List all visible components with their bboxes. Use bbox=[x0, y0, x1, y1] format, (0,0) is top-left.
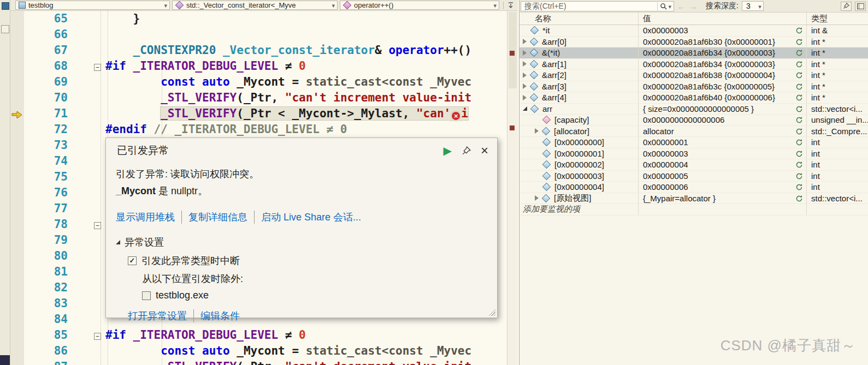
exception-error-icon[interactable] bbox=[451, 111, 460, 121]
close-button[interactable] bbox=[481, 145, 488, 156]
refresh-value-icon[interactable] bbox=[795, 183, 803, 191]
search-options[interactable] bbox=[658, 1, 674, 11]
continue-button[interactable] bbox=[444, 145, 452, 156]
expand-expander-icon[interactable] bbox=[523, 61, 527, 67]
expand-expander-icon[interactable] bbox=[535, 195, 539, 201]
watch-row[interactable]: [capacity]0x0000000000000006unsigned __i… bbox=[519, 115, 868, 126]
scrollbar-thumb[interactable] bbox=[509, 12, 517, 88]
watch-row[interactable]: [0x00000002]0x00000004int bbox=[519, 159, 868, 171]
expanded-triangle-icon bbox=[116, 240, 120, 244]
refresh-value-icon[interactable] bbox=[795, 139, 803, 146]
code-line[interactable]: const auto _Mycont = static_cast<const _… bbox=[105, 344, 507, 360]
breakpoint-margin[interactable] bbox=[10, 11, 24, 365]
watch-row[interactable]: [0x00000001]0x00000003int bbox=[519, 148, 868, 160]
refresh-value-icon[interactable] bbox=[795, 27, 803, 34]
watch-name-cell: &arr[0] bbox=[519, 37, 639, 47]
expand-expander-icon[interactable] bbox=[535, 128, 539, 134]
toolbar-separator bbox=[503, 2, 504, 9]
search-prev-button[interactable] bbox=[677, 2, 686, 11]
project-dropdown[interactable]: testblog bbox=[15, 1, 170, 10]
watch-row[interactable]: [原始视图]{_Mypair=allocator }std::vector<i.… bbox=[519, 193, 868, 205]
break-on-exception-checkbox[interactable] bbox=[128, 256, 137, 265]
start-liveshare-link[interactable]: 启动 Live Share 会话... bbox=[254, 211, 361, 224]
code-line[interactable]: _STL_VERIFY(_Ptr, "can't increment value… bbox=[105, 91, 507, 107]
refresh-value-icon[interactable] bbox=[795, 49, 803, 57]
expand-expander-icon[interactable] bbox=[523, 73, 527, 78]
fold-toggle[interactable] bbox=[94, 222, 101, 229]
code-line[interactable]: } bbox=[105, 12, 507, 28]
refresh-value-icon[interactable] bbox=[795, 83, 803, 91]
collapsed-tool-tab-icon[interactable] bbox=[1, 25, 9, 33]
watch-name-text: *it bbox=[542, 26, 550, 35]
code-line[interactable] bbox=[105, 28, 507, 44]
code-token: "can't increment value-init bbox=[285, 91, 471, 104]
code-line[interactable]: #if _ITERATOR_DEBUG_LEVEL ≠ 0 bbox=[105, 328, 507, 344]
pin-column-button[interactable] bbox=[841, 2, 852, 11]
code-line[interactable]: #if _ITERATOR_DEBUG_LEVEL ≠ 0 bbox=[105, 59, 507, 75]
edit-conditions-link[interactable]: 编辑条件 bbox=[193, 309, 240, 322]
watch-row[interactable]: *it0x00000003int & bbox=[519, 25, 868, 37]
search-next-button[interactable] bbox=[689, 2, 697, 11]
expand-expander-icon[interactable] bbox=[523, 39, 527, 44]
refresh-value-icon[interactable] bbox=[795, 71, 803, 79]
refresh-value-icon[interactable] bbox=[795, 161, 803, 169]
type-scope-dropdown[interactable]: std::_Vector_const_iterator<_Myve bbox=[172, 1, 338, 10]
refresh-value-icon[interactable] bbox=[795, 94, 803, 101]
scrollbar-error-mark bbox=[510, 51, 515, 56]
collapse-expander-icon[interactable] bbox=[523, 106, 527, 111]
watch-row[interactable]: [0x00000000]0x00000001int bbox=[519, 137, 868, 148]
open-exception-settings-link[interactable]: 打开异常设置 bbox=[128, 309, 187, 322]
watch-row[interactable]: &arr[2]0x0000020a81af6b38 {0x00000004}in… bbox=[519, 70, 868, 81]
watch-row[interactable]: arr{ size=0x0000000000000005 }std::vecto… bbox=[519, 104, 868, 115]
refresh-value-icon[interactable] bbox=[795, 195, 803, 202]
code-line[interactable]: _STL_VERIFY(_Ptr < _Mycont->_Mylast, "ca… bbox=[105, 107, 507, 123]
fold-toggle[interactable] bbox=[94, 333, 101, 340]
watch-panel: 搜索深度: 3 名称 值 类型 *it0x00000003int &&arr[0… bbox=[519, 0, 868, 365]
refresh-value-icon[interactable] bbox=[795, 38, 803, 46]
member-dropdown[interactable]: operator++() bbox=[340, 1, 499, 10]
watch-row[interactable]: &(*it)0x0000020a81af6b34 {0x00000003}int… bbox=[519, 47, 868, 59]
pin-button[interactable] bbox=[462, 146, 471, 155]
search-depth-dropdown[interactable]: 3 bbox=[742, 1, 764, 11]
watch-row[interactable]: [allocator]allocatorstd::_Compre... bbox=[519, 126, 868, 137]
refresh-value-icon[interactable] bbox=[795, 172, 803, 180]
watch-add-row[interactable]: 添加要监视的项 bbox=[519, 204, 868, 216]
code-line[interactable]: _CONSTEXPR20 _Vector_const_iterator& ope… bbox=[105, 44, 507, 59]
expand-expander-icon[interactable] bbox=[523, 95, 527, 100]
variable-icon bbox=[542, 138, 551, 147]
code-line[interactable]: const auto _Mycont = static_cast<const _… bbox=[105, 75, 507, 91]
watch-row[interactable]: &arr[4]0x0000020a81af6b40 {0x00000006}in… bbox=[519, 92, 868, 104]
editor-scrollbar[interactable] bbox=[507, 11, 518, 365]
add-watch-item-label[interactable]: 添加要监视的项 bbox=[519, 204, 580, 214]
refresh-value-icon[interactable] bbox=[795, 61, 803, 68]
code-line[interactable]: #endif // _ITERATOR_DEBUG_LEVEL ≠ 0 bbox=[105, 123, 507, 139]
refresh-value-icon[interactable] bbox=[795, 105, 803, 113]
search-input[interactable] bbox=[521, 2, 657, 10]
code-line[interactable]: _STL_VERIFY(_Ptr, "can't decrement value… bbox=[105, 360, 507, 365]
column-header-type[interactable]: 类型 bbox=[807, 14, 868, 24]
refresh-value-icon[interactable] bbox=[795, 116, 803, 124]
columns-options-button[interactable] bbox=[855, 2, 866, 11]
next-method-icon[interactable] bbox=[507, 2, 514, 9]
copy-details-link[interactable]: 复制详细信息 bbox=[181, 211, 247, 224]
exclude-module-checkbox[interactable] bbox=[142, 291, 151, 300]
expand-expander-icon[interactable] bbox=[523, 50, 527, 56]
watch-type-cell: int & bbox=[807, 26, 868, 35]
watch-search-box[interactable] bbox=[521, 1, 674, 11]
watch-type-cell: int * bbox=[807, 37, 868, 46]
refresh-value-icon[interactable] bbox=[795, 150, 803, 158]
column-header-name[interactable]: 名称 bbox=[519, 13, 639, 25]
fold-margin[interactable] bbox=[93, 11, 105, 365]
watch-row[interactable]: &arr[0]0x0000020a81af6b30 {0x00000001}in… bbox=[519, 37, 868, 48]
watch-row[interactable]: &arr[3]0x0000020a81af6b3c {0x00000005}in… bbox=[519, 81, 868, 93]
watch-row[interactable]: &arr[1]0x0000020a81af6b34 {0x00000003}in… bbox=[519, 59, 868, 70]
exception-settings-section[interactable]: 异常设置 bbox=[116, 236, 486, 249]
column-header-value[interactable]: 值 bbox=[639, 13, 807, 25]
show-callstack-link[interactable]: 显示调用堆栈 bbox=[116, 211, 175, 224]
expand-expander-icon[interactable] bbox=[523, 83, 527, 89]
code-token: (_Ptr, bbox=[237, 91, 285, 104]
refresh-value-icon[interactable] bbox=[795, 128, 803, 135]
watch-row[interactable]: [0x00000003]0x00000005int bbox=[519, 171, 868, 182]
watch-row[interactable]: [0x00000004]0x00000006int bbox=[519, 182, 868, 193]
fold-toggle[interactable] bbox=[94, 64, 101, 71]
